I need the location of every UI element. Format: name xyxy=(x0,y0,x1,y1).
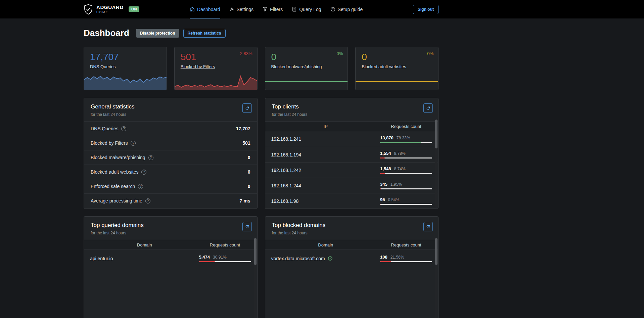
top-queried-table: api.entur.io 5,47430.91% xyxy=(84,250,257,267)
stat-row: Average processing time? 7 ms xyxy=(84,193,257,208)
stat-row-value: 0 xyxy=(248,155,250,160)
request-percent: 0.54% xyxy=(388,197,399,202)
page-title: Dashboard xyxy=(84,28,129,38)
scrollbar-track xyxy=(435,119,438,208)
refresh-card-button[interactable] xyxy=(423,222,433,231)
brand[interactable]: ADGUARD HOME ON xyxy=(84,4,139,15)
client-row: 192.168.1.194 1,5548.78% xyxy=(265,147,439,162)
domain-row: api.entur.io 5,47430.91% xyxy=(84,250,257,267)
domain-name[interactable]: vortex.data.microsoft.com xyxy=(271,256,325,261)
top-clients-table: 192.168.1.241 13,87078.33% 192.168.1.194… xyxy=(265,131,439,209)
stat-row-label: Average processing time xyxy=(91,198,142,203)
refresh-card-button[interactable] xyxy=(242,103,252,113)
refresh-card-button[interactable] xyxy=(242,222,252,231)
domain-name[interactable]: api.entur.io xyxy=(90,256,199,261)
filter-icon xyxy=(263,7,268,12)
stat-card-dns-queries: 17,707 DNS Queries xyxy=(84,47,167,90)
card-title: Top blocked domains xyxy=(272,222,432,229)
stat-card-blocked-adult: 0% 0 Blocked adult websites xyxy=(355,47,439,90)
request-percent: 1.95% xyxy=(390,182,402,187)
column-header-requests: Requests count xyxy=(199,242,251,247)
nav-label: Setup guide xyxy=(338,7,363,12)
column-header-domain: Domain xyxy=(271,242,380,247)
request-count: 95 xyxy=(380,197,385,202)
stat-label: Blocked adult websites xyxy=(356,62,438,69)
stat-label: Blocked malware/phishing xyxy=(265,62,348,69)
client-ip[interactable]: 192.168.1.244 xyxy=(271,183,380,188)
nav-item-filters[interactable]: Filters xyxy=(263,0,283,18)
gear-icon xyxy=(229,7,234,12)
help-circle-icon: ? xyxy=(330,7,335,12)
protection-status-badge: ON xyxy=(129,6,140,12)
stat-row-label: Blocked by Filters xyxy=(91,140,128,146)
client-row: 192.168.1.244 3451.95% xyxy=(265,178,439,193)
blocked-by-filters-link[interactable]: Blocked by Filters xyxy=(175,62,257,69)
help-icon[interactable]: ? xyxy=(121,126,126,131)
help-icon[interactable]: ? xyxy=(141,170,146,175)
nav-label: Query Log xyxy=(299,7,321,12)
progress-bar-fill xyxy=(380,157,385,158)
stat-row-value: 0 xyxy=(248,169,250,175)
nav-item-setup-guide[interactable]: ? Setup guide xyxy=(330,0,363,18)
refresh-icon xyxy=(245,106,249,110)
help-icon[interactable]: ? xyxy=(145,198,150,203)
request-count: 108 xyxy=(380,255,387,260)
help-icon[interactable]: ? xyxy=(131,141,136,146)
progress-bar-fill xyxy=(380,261,391,262)
disable-protection-button[interactable]: Disable protection xyxy=(136,29,179,38)
nav-label: Settings xyxy=(237,7,254,12)
client-ip[interactable]: 192.168.1.194 xyxy=(271,152,380,157)
stat-value: 0 xyxy=(356,47,438,62)
blocked-malware-sparkline xyxy=(265,75,348,90)
dashboard-icon xyxy=(190,7,195,12)
top-clients-card: Top clients for the last 24 hours IP Req… xyxy=(265,98,439,209)
top-blocked-domains-card: Top blocked domains for the last 24 hour… xyxy=(265,216,439,318)
stat-row: Enforced safe search? 0 xyxy=(84,179,257,193)
blocked-domain-icon xyxy=(328,256,333,261)
nav-item-dashboard[interactable]: Dashboard xyxy=(190,0,220,18)
scrollbar-thumb[interactable] xyxy=(435,120,438,148)
refresh-statistics-button[interactable]: Refresh statistics xyxy=(183,29,226,38)
query-log-icon xyxy=(292,7,297,12)
card-subtitle: for the last 24 hours xyxy=(91,231,250,235)
client-ip[interactable]: 192.168.1.98 xyxy=(271,198,380,204)
nav-label: Dashboard xyxy=(197,7,220,12)
refresh-card-button[interactable] xyxy=(423,103,433,113)
stat-percent: 0% xyxy=(427,51,433,56)
stat-row-value: 0 xyxy=(248,184,250,189)
blocked-filters-sparkline xyxy=(175,75,257,90)
help-icon[interactable]: ? xyxy=(148,155,153,160)
stat-row-value: 501 xyxy=(242,140,250,146)
client-row: 192.168.1.242 1,5488.74% xyxy=(265,162,439,178)
client-row: 192.168.1.241 13,87078.33% xyxy=(265,131,439,147)
table-header: Domain Requests count xyxy=(265,240,439,250)
request-count: 345 xyxy=(380,182,387,187)
general-statistics-list: DNS Queries? 17,707 Blocked by Filters? … xyxy=(84,121,257,208)
scrollbar-thumb[interactable] xyxy=(435,238,438,265)
stat-card-blocked-malware: 0% 0 Blocked malware/phishing xyxy=(265,47,348,90)
adguard-home-app: ADGUARD HOME ON Dashboard Settings xyxy=(0,0,644,318)
progress-bar xyxy=(380,173,432,174)
client-ip[interactable]: 192.168.1.241 xyxy=(271,136,380,142)
nav-item-query-log[interactable]: Query Log xyxy=(292,0,321,18)
scrollbar-thumb[interactable] xyxy=(254,238,257,265)
top-navbar: ADGUARD HOME ON Dashboard Settings xyxy=(0,0,644,18)
request-percent: 30.91% xyxy=(213,255,227,260)
table-header: IP Requests count xyxy=(265,121,439,131)
help-icon[interactable]: ? xyxy=(138,184,143,189)
client-ip[interactable]: 192.168.1.242 xyxy=(271,168,380,173)
sign-out-button[interactable]: Sign out xyxy=(413,5,439,14)
stat-row-value: 7 ms xyxy=(240,198,250,203)
card-title: Top clients xyxy=(272,103,432,110)
card-subtitle: for the last 24 hours xyxy=(272,231,432,235)
request-count: 1,554 xyxy=(380,151,391,156)
stat-row-label: DNS Queries xyxy=(91,126,118,131)
nav-item-settings[interactable]: Settings xyxy=(229,0,254,18)
stat-label: DNS Queries xyxy=(84,62,167,69)
progress-bar-fill xyxy=(199,261,215,262)
refresh-icon xyxy=(245,224,249,229)
progress-bar xyxy=(380,157,432,158)
stat-row: Blocked by Filters? 501 xyxy=(84,136,257,150)
progress-bar xyxy=(380,188,432,189)
stat-row-label: Blocked malware/phishing xyxy=(91,155,145,160)
